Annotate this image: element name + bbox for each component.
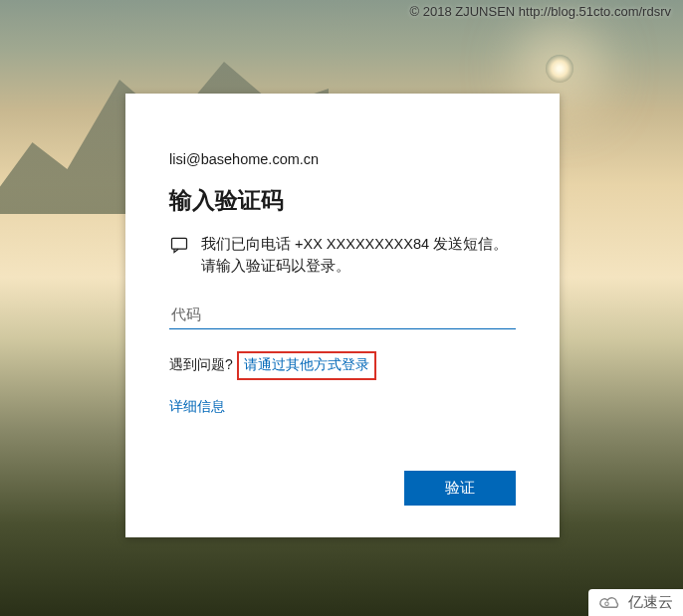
- page-title: 输入验证码: [169, 185, 516, 216]
- watermark-text: © 2018 ZJUNSEN http://blog.51cto.com/rds…: [410, 4, 671, 19]
- user-email: lisi@basehome.com.cn: [169, 151, 516, 167]
- trouble-label: 遇到问题?: [169, 356, 233, 374]
- details-link[interactable]: 详细信息: [169, 398, 516, 416]
- footer-logo-text: 亿速云: [628, 593, 673, 612]
- code-input[interactable]: [169, 300, 516, 329]
- cloud-icon: [596, 594, 624, 612]
- other-methods-link[interactable]: 请通过其他方式登录: [244, 356, 369, 372]
- sms-icon: [169, 235, 189, 255]
- highlight-box: 请通过其他方式登录: [237, 351, 376, 380]
- button-row: 验证: [169, 471, 516, 506]
- svg-point-1: [605, 601, 609, 605]
- footer-logo-badge: 亿速云: [588, 589, 683, 616]
- background-sun: [546, 55, 573, 83]
- instruction-text: 我们已向电话 +XX XXXXXXXXX84 发送短信。请输入验证码以登录。: [201, 234, 516, 278]
- instruction-row: 我们已向电话 +XX XXXXXXXXX84 发送短信。请输入验证码以登录。: [169, 234, 516, 278]
- auth-card: lisi@basehome.com.cn 输入验证码 我们已向电话 +XX XX…: [125, 94, 560, 537]
- svg-rect-0: [172, 238, 187, 249]
- trouble-row: 遇到问题? 请通过其他方式登录: [169, 351, 516, 380]
- verify-button[interactable]: 验证: [404, 471, 516, 506]
